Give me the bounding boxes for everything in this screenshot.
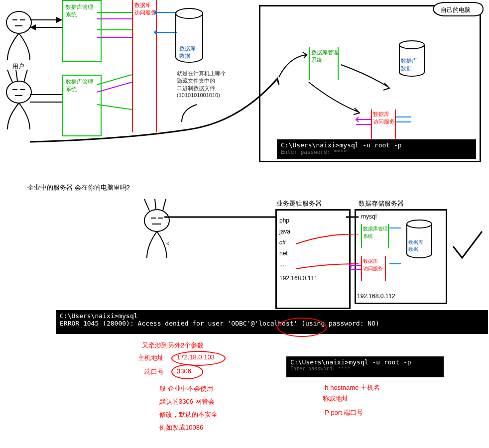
- logic-lang-0: php: [279, 217, 347, 224]
- mid-connector-2: [346, 215, 359, 220]
- svg-point-8: [144, 210, 169, 231]
- mid-connector-1: [164, 215, 276, 220]
- port-note: 般 企业中不会使用 默认的3306 网管会 修改，默认的不安全 例如改成1008…: [159, 382, 218, 434]
- p-option-label: -P port 端口号: [323, 408, 363, 417]
- storage-ip: 192.168.0.112: [357, 293, 395, 300]
- checkmark-icon: [452, 229, 485, 264]
- terminal-error-line1: C:\Users\naixi>mysql: [60, 312, 484, 320]
- terminal-top-line2: Enter password: ****: [281, 149, 472, 155]
- terminal-bottom-line1: C:\Users\naixi>mysql -u root -p: [290, 358, 440, 366]
- terminal-error-line2: ERROR 1045 (28000): Access denied for us…: [60, 320, 484, 327]
- storage-mysql: mysql: [361, 213, 376, 220]
- h-option-label: -h hostname 主机名 称或地址: [323, 382, 380, 404]
- host-label: 主机地址: [138, 353, 164, 362]
- svg-point-14: [407, 220, 432, 228]
- extra-params-label: 又牵涉到另外2个参数: [142, 341, 204, 350]
- question-text: 企业中的服务器 会在你的电脑里吗?: [27, 183, 130, 192]
- storage-blue-arrows: [388, 224, 403, 274]
- port-label: 端口号: [144, 367, 164, 376]
- red-freehand-lines: [294, 234, 368, 279]
- storage-db-label: 数据库 数据: [408, 239, 423, 253]
- localhost-circle: [277, 318, 327, 337]
- host-circle: [171, 351, 226, 366]
- mid-figure: <: [137, 198, 177, 263]
- logic-server-label: 业务逻辑服务器: [276, 199, 322, 208]
- svg-text:<: <: [166, 240, 169, 246]
- terminal-bottom-line2: Enter password: ****: [290, 366, 440, 371]
- terminal-top-line1: C:\Users\naixi>mysql -u root -p: [281, 141, 472, 149]
- computer-label: 自己的电脑: [441, 6, 471, 14]
- big-connector: [0, 0, 284, 159]
- terminal-bottom: C:\Users\naixi>mysql -u root -p Enter pa…: [286, 356, 444, 377]
- terminal-top: C:\Users\naixi>mysql -u root -p Enter pa…: [277, 139, 476, 159]
- storage-server-label: 数据存储服务器: [359, 199, 404, 208]
- port-circle: [171, 364, 203, 379]
- terminal-error: C:\Users\naixi>mysql ERROR 1045 (28000):…: [56, 310, 488, 334]
- right-inner-arrows: [269, 47, 403, 117]
